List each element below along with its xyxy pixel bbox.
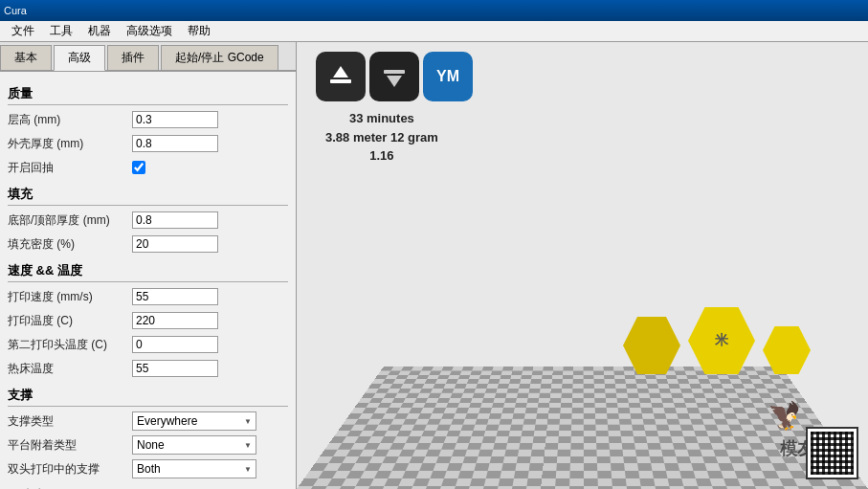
label-bed-temp: 热床温度 [8,361,132,377]
section-speed-title: 速度 && 温度 [8,262,288,282]
label-print-speed: 打印速度 (mm/s) [8,289,132,305]
svg-marker-2 [387,76,402,87]
main-layout: 基本 高级 插件 起始/停止 GCode 质量 层高 (mm) 外壳厚度 (mm… [0,42,868,489]
label-platform-type: 平台附着类型 [8,437,132,454]
input-print-temp[interactable] [132,312,218,329]
model-hex-3 [763,326,811,374]
label-support-type: 支撑类型 [8,413,132,430]
bird-decoration: 🦅 [768,400,801,432]
menu-advanced[interactable]: 高级选项 [119,21,180,41]
load-model-button[interactable] [316,52,366,101]
input-layer-height[interactable] [132,111,218,128]
label-shell-thickness: 外壳厚度 (mm) [8,136,132,152]
menu-help[interactable]: 帮助 [180,21,218,41]
label-second-temp: 第二打印头温度 (C) [8,337,132,353]
row-platform-type: 平台附着类型 None ▼ [8,434,288,456]
svg-rect-3 [384,70,405,74]
print-info: 33 minutes 3.88 meter 12 gram 1.16 [325,109,438,166]
model-hex-2 [623,317,680,374]
label-retraction: 开启回抽 [8,160,132,176]
label-fill-density: 填充密度 (%) [8,236,132,253]
left-panel: 基本 高级 插件 起始/停止 GCode 质量 层高 (mm) 外壳厚度 (mm… [0,42,297,489]
section-fill-title: 填充 [8,186,288,206]
title-text: Cura [4,5,27,16]
dropdown-support-type-value: Everywhere [137,414,197,428]
tab-plugin[interactable]: 插件 [107,45,159,70]
right-panel: YM 33 minutes 3.88 meter 12 gram 1.16 米 … [297,42,868,489]
label-top-bottom: 底部/顶部厚度 (mm) [8,212,132,229]
row-support-type: 支撑类型 Everywhere ▼ [8,411,288,432]
3d-model: 米 [623,307,811,374]
input-print-speed[interactable] [132,288,218,305]
model-hex-1: 米 [688,307,755,374]
print-version: 1.16 [325,146,438,166]
row-top-bottom: 底部/顶部厚度 (mm) [8,210,288,231]
dropdown-support-type[interactable]: Everywhere ▼ [132,411,256,431]
label-layer-height: 层高 (mm) [8,112,132,128]
qr-code [806,427,858,479]
tabs: 基本 高级 插件 起始/停止 GCode [0,42,296,72]
section-support-title: 支撑 [8,387,288,407]
row-retraction: 开启回抽 [8,157,288,178]
input-top-bottom[interactable] [132,211,218,229]
label-dual-support: 双头打印中的支撑 [8,461,132,478]
tab-basic[interactable]: 基本 [0,45,52,70]
tab-gcode[interactable]: 起始/停止 GCode [161,45,278,70]
menu-machine[interactable]: 机器 [80,21,119,41]
row-print-temp: 打印温度 (C) [8,310,288,331]
checkbox-retraction[interactable] [132,161,145,174]
svg-rect-0 [330,79,351,83]
print-filament: 3.88 meter 12 gram [325,128,438,147]
input-shell-thickness[interactable] [132,135,218,152]
label-print-temp: 打印温度 (C) [8,313,132,329]
input-fill-density[interactable] [132,235,218,253]
row-dual-support: 双头打印中的支撑 Both ▼ [8,458,288,479]
row-layer-height: 层高 (mm) [8,109,288,130]
section-quality-title: 质量 [8,85,288,105]
toolbar-icons: YM [316,52,473,101]
menu-file[interactable]: 文件 [4,21,42,41]
row-shell-thickness: 外壳厚度 (mm) [8,133,288,154]
menu-bar: 文件 工具 机器 高级选项 帮助 [0,21,868,42]
row-print-speed: 打印速度 (mm/s) [8,286,288,307]
dropdown-dual-support[interactable]: Both ▼ [132,459,256,478]
dropdown-platform-type-arrow: ▼ [244,441,252,450]
dropdown-platform-type[interactable]: None ▼ [132,435,256,455]
row-bed-temp: 热床温度 [8,358,288,379]
input-bed-temp[interactable] [132,360,218,377]
qr-inner [811,432,854,475]
dropdown-dual-support-arrow: ▼ [244,465,252,474]
form-content: 质量 层高 (mm) 外壳厚度 (mm) 开启回抽 填充 底部/顶部厚度 (mm… [0,72,296,489]
dropdown-dual-support-value: Both [137,462,161,476]
ym-button[interactable]: YM [423,52,473,101]
svg-marker-1 [333,66,348,78]
print-time: 33 minutes [325,109,438,128]
ym-label: YM [436,68,459,85]
slice-button[interactable] [369,52,419,101]
tab-advanced[interactable]: 高级 [54,45,105,71]
row-fill-density: 填充密度 (%) [8,233,288,255]
title-bar: Cura [0,0,868,21]
input-second-temp[interactable] [132,336,218,353]
row-second-temp: 第二打印头温度 (C) [8,334,288,355]
dropdown-support-type-arrow: ▼ [244,417,252,426]
dropdown-platform-type-value: None [137,438,165,452]
menu-tools[interactable]: 工具 [42,21,80,41]
